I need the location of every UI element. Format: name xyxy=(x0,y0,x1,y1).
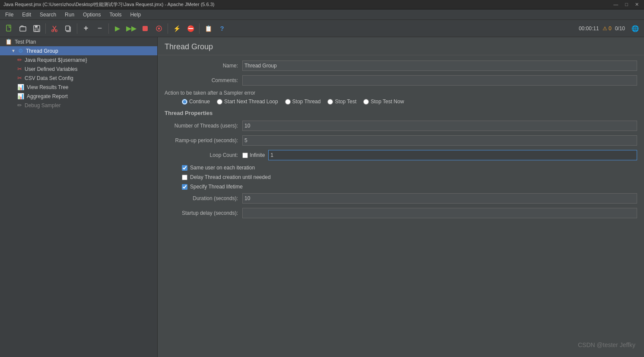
sidebar-item-view-results-tree[interactable]: 📊 View Results Tree xyxy=(0,83,157,92)
watermark: CSDN @tester Jeffky xyxy=(578,341,635,348)
menu-edit[interactable]: Edit xyxy=(19,11,35,19)
counter-display: 0/10 xyxy=(615,26,625,32)
sidebar-item-thread-group[interactable]: ▼ ⚙ Thread Group xyxy=(0,46,157,55)
sidebar-label-csv-data-set: CSV Data Set Config xyxy=(25,75,73,81)
radio-continue[interactable]: Continue xyxy=(182,99,210,105)
content-header: Thread Group xyxy=(158,37,644,55)
delay-thread-row[interactable]: Delay Thread creation until needed xyxy=(165,174,637,180)
window-controls: — □ ✕ xyxy=(612,2,641,7)
svg-rect-3 xyxy=(35,26,38,28)
menu-help[interactable]: Help xyxy=(127,11,144,19)
menu-file[interactable]: File xyxy=(2,11,17,19)
duration-input[interactable] xyxy=(242,193,637,204)
radio-continue-input[interactable] xyxy=(182,99,187,105)
comments-input[interactable] xyxy=(242,75,637,86)
ramp-up-row: Ramp-up period (seconds): xyxy=(165,135,637,146)
menu-options[interactable]: Options xyxy=(79,11,104,19)
svg-rect-11 xyxy=(143,26,148,31)
radio-stop-thread-input[interactable] xyxy=(285,99,291,105)
sidebar-item-test-plan[interactable]: 📋 Test Plan xyxy=(0,37,157,46)
remote-start-button[interactable]: ⚡ xyxy=(170,22,183,35)
loop-count-row: Loop Count: Infinite xyxy=(165,150,637,160)
radio-stop-test-now[interactable]: Stop Test Now xyxy=(363,99,404,105)
separator-3 xyxy=(108,23,109,34)
sidebar-item-csv-data-set[interactable]: ✂ CSV Data Set Config xyxy=(0,73,157,83)
templates-button[interactable]: 📋 xyxy=(202,22,215,35)
maximize-button[interactable]: □ xyxy=(623,2,630,7)
form-area: Name: Comments: Action to be taken after… xyxy=(158,55,644,228)
separator-1 xyxy=(45,23,46,34)
shutdown-button[interactable] xyxy=(152,22,165,35)
copy-button[interactable] xyxy=(62,22,75,35)
save-file-button[interactable] xyxy=(30,22,43,35)
remote-stop-button[interactable]: ⛔ xyxy=(184,22,197,35)
sidebar-label-debug-sampler: Debug Sampler xyxy=(25,102,60,108)
run-no-pause-button[interactable]: ▶▶ xyxy=(125,22,138,35)
help-button[interactable]: ? xyxy=(216,22,228,35)
radio-stop-test[interactable]: Stop Test xyxy=(327,99,356,105)
sidebar-item-java-request[interactable]: ✏ Java Request ${username} xyxy=(0,55,157,64)
name-input[interactable] xyxy=(242,61,637,71)
timer-display: 00:00:11 xyxy=(579,26,599,32)
radio-stop-test-now-input[interactable] xyxy=(363,99,369,105)
svg-rect-13 xyxy=(158,28,160,29)
same-user-checkbox[interactable] xyxy=(182,165,187,171)
sidebar-label-thread-group: Thread Group xyxy=(26,48,58,54)
window-title: Java Request.jmx (C:\Users\zhou\Desktop\… xyxy=(3,1,214,8)
warning-display: ⚠ 0 xyxy=(603,26,612,32)
collapse-icon: ▼ xyxy=(11,48,16,53)
sidebar-label-view-results-tree: View Results Tree xyxy=(27,84,69,90)
sidebar-item-aggregate-report[interactable]: 📊 Aggregate Report xyxy=(0,92,157,101)
minimize-button[interactable]: — xyxy=(612,2,620,7)
num-threads-row: Number of Threads (users): xyxy=(165,121,637,131)
sidebar-item-user-defined-variables[interactable]: ✂ User Defined Variables xyxy=(0,64,157,73)
infinite-checkbox[interactable] xyxy=(242,153,248,158)
num-threads-label: Number of Threads (users): xyxy=(165,123,242,129)
svg-rect-4 xyxy=(35,29,38,31)
radio-start-next-thread-loop[interactable]: Start Next Thread Loop xyxy=(217,99,278,105)
num-threads-input[interactable] xyxy=(242,121,637,131)
specify-lifetime-checkbox[interactable] xyxy=(182,184,187,190)
radio-stop-test-now-label: Stop Test Now xyxy=(371,99,404,105)
radio-stop-thread-label: Stop Thread xyxy=(292,99,321,105)
radio-start-next-input[interactable] xyxy=(217,99,222,105)
close-button[interactable]: ✕ xyxy=(633,2,641,7)
radio-stop-test-input[interactable] xyxy=(327,99,333,105)
new-file-button[interactable] xyxy=(3,22,16,35)
startup-delay-input[interactable] xyxy=(242,208,637,218)
user-defined-icon: ✂ xyxy=(17,66,22,72)
radio-stop-thread[interactable]: Stop Thread xyxy=(285,99,321,105)
menu-bar: File Edit Search Run Options Tools Help xyxy=(0,10,644,20)
sidebar-item-debug-sampler[interactable]: ✏ Debug Sampler xyxy=(0,101,157,110)
action-radio-group: Continue Start Next Thread Loop Stop Thr… xyxy=(165,99,637,105)
csv-icon: ✂ xyxy=(17,75,22,81)
results-tree-icon: 📊 xyxy=(17,84,24,90)
run-button[interactable]: ▶ xyxy=(111,22,124,35)
sidebar-label-user-defined-variables: User Defined Variables xyxy=(25,66,78,72)
radio-continue-label: Continue xyxy=(189,99,210,105)
svg-rect-0 xyxy=(6,25,11,31)
loop-count-input[interactable] xyxy=(268,150,637,160)
specify-lifetime-row[interactable]: Specify Thread lifetime xyxy=(165,184,637,190)
menu-run[interactable]: Run xyxy=(61,11,78,19)
ramp-up-input[interactable] xyxy=(242,135,637,146)
stop-button[interactable] xyxy=(139,22,152,35)
loop-count-label: Loop Count: xyxy=(165,152,242,158)
name-row: Name: xyxy=(165,61,637,71)
content-title: Thread Group xyxy=(165,42,637,51)
thread-group-icon: ⚙ xyxy=(18,48,23,54)
cut-button[interactable] xyxy=(48,22,61,35)
sidebar-label-aggregate-report: Aggregate Report xyxy=(27,93,68,99)
delay-thread-checkbox[interactable] xyxy=(182,175,187,180)
remote-engine-button[interactable]: 🌐 xyxy=(628,22,641,35)
remove-element-button[interactable]: − xyxy=(93,22,106,35)
sidebar-label-test-plan: Test Plan xyxy=(15,39,36,45)
menu-search[interactable]: Search xyxy=(36,11,60,19)
delay-thread-label: Delay Thread creation until needed xyxy=(190,174,271,180)
open-file-button[interactable] xyxy=(16,22,29,35)
same-user-row[interactable]: Same user on each iteration xyxy=(165,165,637,171)
name-label: Name: xyxy=(165,63,242,69)
add-element-button[interactable]: + xyxy=(79,22,92,35)
menu-tools[interactable]: Tools xyxy=(106,11,125,19)
infinite-checkbox-label[interactable]: Infinite xyxy=(242,152,265,158)
